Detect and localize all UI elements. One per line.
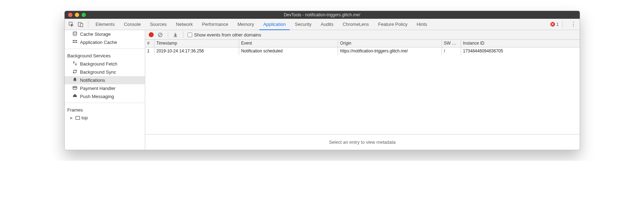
download-button[interactable] [172,32,179,38]
sidebar-item-label: Background Sync [80,69,116,75]
show-other-domains-input[interactable] [188,33,192,37]
sidebar-item-label: Notifications [80,78,105,83]
tab-application[interactable]: Application [259,19,290,30]
tab-feature-policy[interactable]: Feature Policy [374,19,411,30]
card-icon [72,85,77,91]
sync-icon [72,69,77,75]
svg-rect-7 [73,42,74,43]
svg-rect-9 [76,42,77,43]
more-menu-icon[interactable]: ⋮ [570,22,577,27]
col-timestamp[interactable]: Timestamp [154,40,239,47]
error-badge[interactable]: ✕ 1 [550,22,559,27]
swap-icon [72,61,77,67]
sidebar-item-notifications[interactable]: Notifications [65,76,145,84]
bell-icon [72,77,77,83]
events-table: # Timestamp Event Origin SW … Instance I… [145,40,580,135]
frame-icon [75,115,80,120]
tab-hints[interactable]: Hints [413,19,431,30]
svg-rect-8 [74,42,75,43]
tab-chromelens[interactable]: ChromeLens [339,19,373,30]
col-event[interactable]: Event [239,40,338,47]
sidebar-item-label: Payment Handler [80,86,116,91]
col-origin[interactable]: Origin [338,40,442,47]
database-icon [72,31,77,37]
tab-memory[interactable]: Memory [234,19,258,30]
tab-sources[interactable]: Sources [146,19,171,30]
clear-button[interactable] [157,32,164,38]
tab-audits[interactable]: Audits [317,19,337,30]
cell-ts: 2019-10-24 14:17:36.256 [154,47,239,55]
sidebar-item-application-cache[interactable]: Application Cache [65,38,145,46]
sidebar-section-frames: Frames [65,105,145,114]
sidebar-item-push-messaging[interactable]: Push Messaging [65,92,145,101]
application-sidebar: Cache StorageApplication Cache Backgroun… [65,30,145,150]
events-toolbar: Show events from other domains [145,30,580,40]
sidebar-item-label: Application Cache [80,40,117,45]
col-sw-scope[interactable]: SW … [442,40,461,47]
grid-icon [72,39,77,45]
devtools-tabbar: ElementsConsoleSourcesNetworkPerformance… [65,19,580,30]
inspect-icon[interactable] [67,21,75,28]
sidebar-section-background-services: Background Services [65,51,145,60]
titlebar: DevTools - notification-triggers.glitch.… [65,11,580,19]
cell-sw: / [442,47,461,55]
table-row[interactable]: 12019-10-24 14:17:36.256Notification sch… [145,47,580,55]
svg-rect-5 [74,40,75,41]
error-count: 1 [556,22,559,27]
cell-idx: 1 [145,47,154,55]
svg-line-14 [159,33,161,36]
sidebar-item-label: Cache Storage [80,32,111,37]
sidebar-item-label: Background Fetch [80,61,118,67]
sidebar-item-cache-storage[interactable]: Cache Storage [65,30,145,38]
tab-elements[interactable]: Elements [92,19,119,30]
window-title: DevTools - notification-triggers.glitch.… [65,12,580,17]
cell-id: 17348446094636705 [461,47,580,55]
svg-rect-6 [76,40,77,41]
cell-or: https://notification-triggers.glitch.me/ [338,47,442,55]
detail-placeholder: Select an entry to view metadata [145,135,580,150]
svg-rect-12 [76,116,79,119]
col-index[interactable]: # [145,40,154,47]
frames-top-label: top [82,115,88,120]
record-button[interactable] [148,32,154,38]
tab-network[interactable]: Network [172,19,197,30]
svg-rect-4 [73,40,74,41]
tab-performance[interactable]: Performance [198,19,232,30]
sidebar-item-background-fetch[interactable]: Background Fetch [65,60,145,68]
show-other-domains-label: Show events from other domains [194,32,261,38]
sidebar-item-label: Push Messaging [80,94,114,99]
device-toggle-icon[interactable] [77,21,84,28]
svg-point-3 [73,32,77,33]
error-icon: ✕ [550,22,555,27]
tab-security[interactable]: Security [291,19,315,30]
cloud-icon [72,93,77,100]
expand-triangle-icon: ▶ [70,116,74,120]
cell-ev: Notification scheduled [239,47,338,55]
sidebar-item-background-sync[interactable]: Background Sync [65,68,145,76]
show-other-domains-checkbox[interactable]: Show events from other domains [188,32,261,38]
tab-console[interactable]: Console [120,19,145,30]
sidebar-item-frames-top[interactable]: ▶ top [65,114,145,121]
sidebar-item-payment-handler[interactable]: Payment Handler [65,84,145,92]
col-instance-id[interactable]: Instance ID [461,40,580,47]
svg-rect-2 [80,23,83,27]
